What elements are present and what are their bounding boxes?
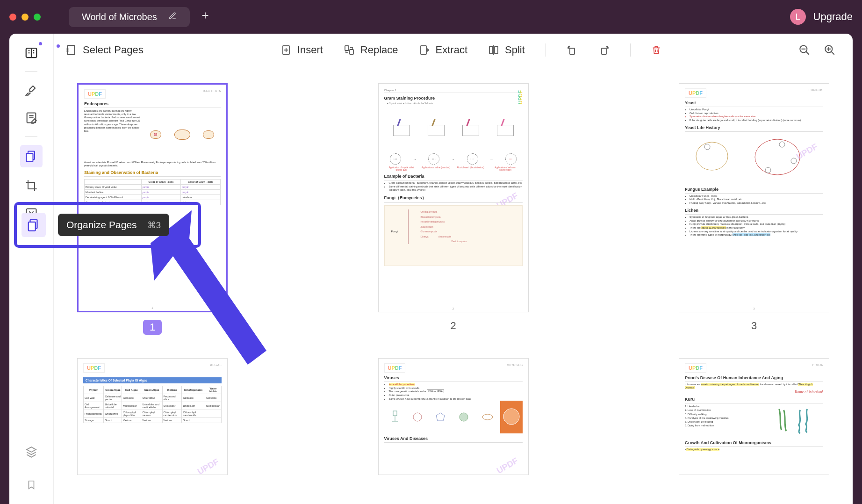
svg-rect-9: [421, 46, 426, 54]
svg-point-20: [791, 158, 797, 164]
svg-rect-22: [393, 411, 397, 416]
svg-rect-13: [602, 48, 606, 54]
page-thumbnail-6[interactable]: UPDF PRION Prion's Disease Of Human Inhe…: [679, 358, 829, 475]
new-tab-button[interactable]: [200, 10, 210, 23]
organize-pages-tooltip: Organize Pages ⌘3: [58, 214, 169, 236]
upgrade-button[interactable]: Upgrade: [813, 11, 853, 23]
traffic-lights: [9, 14, 41, 21]
heading: Example of Bacteria: [384, 174, 523, 179]
titlebar: World of Microbes L Upgrade: [0, 0, 862, 34]
highlighter-icon[interactable]: [22, 80, 41, 100]
page-category: PRION: [812, 363, 824, 367]
document-tab[interactable]: World of Microbes: [69, 7, 190, 27]
window-close-button[interactable]: [9, 14, 16, 21]
brand-logo: UPDF: [516, 89, 524, 105]
svg-rect-3: [27, 153, 33, 162]
brand-logo: UPDF: [387, 364, 403, 372]
brand-logo: UPDF: [86, 90, 103, 98]
bookmark-icon[interactable]: [22, 475, 41, 495]
svg-marker-26: [436, 413, 445, 421]
diagram-fungi-tree: Fungi Chytridiomycota Blastocladiomycota…: [384, 205, 523, 266]
zoom-out-button[interactable]: [798, 44, 811, 56]
page-category: VIRUSES: [507, 363, 523, 367]
svg-point-19: [779, 142, 785, 147]
layers-icon[interactable]: [22, 442, 41, 462]
heading: Viruses: [384, 375, 523, 380]
extract-button[interactable]: Extract: [419, 44, 467, 56]
heading: Yeast Life History: [685, 125, 823, 130]
svg-point-29: [503, 409, 519, 425]
split-button[interactable]: Split: [488, 44, 525, 56]
heading: Lichen: [685, 208, 823, 213]
crop-icon[interactable]: [22, 176, 41, 195]
diagram-yeast-life: UPDF: [685, 133, 823, 184]
page-category: FUNGUS: [808, 88, 824, 92]
insert-button[interactable]: Insert: [280, 44, 323, 56]
reader-mode-icon[interactable]: [22, 43, 41, 63]
heading: Staining and Observation of Bacteria: [84, 170, 221, 175]
page-category: ALGAE: [210, 363, 222, 367]
heading: Gram Staining Procedure: [384, 96, 523, 101]
brand-logo: UPDF: [86, 364, 102, 372]
svg-point-28: [482, 414, 493, 420]
select-pages-button[interactable]: Select Pages: [65, 44, 144, 56]
organize-pages-icon[interactable]: [20, 145, 43, 167]
sidebar-separator: [25, 136, 37, 137]
page-thumbnail-1[interactable]: UPDF BACTERIA Endospores Endospores are …: [77, 83, 228, 312]
body-text: Endospores are constructs that are highl…: [84, 109, 142, 133]
toolbar-separator: [630, 43, 631, 57]
diagram-virus-structure: [384, 401, 523, 433]
rotate-left-button[interactable]: [567, 44, 578, 56]
rotate-right-button[interactable]: [598, 44, 610, 56]
notification-dot: [39, 42, 42, 45]
brand-logo: UPDF: [687, 89, 704, 97]
tutorial-callout: Organize Pages ⌘3: [14, 202, 201, 248]
tooltip-label: Organize Pages: [66, 219, 137, 230]
heading: Fungi（Eumycetes）: [384, 195, 523, 201]
app-window: Select Pages Insert Replace Extract Spli…: [9, 34, 853, 504]
heading: Growth And Cultivation Of Microorganisms: [685, 440, 823, 445]
edit-tab-icon[interactable]: [168, 12, 177, 22]
notification-dot: [57, 44, 60, 48]
brand-logo: UPDF: [687, 364, 704, 372]
left-sidebar: [9, 34, 54, 504]
svg-rect-11: [495, 46, 498, 54]
handwriting-annotation: Route of infection!: [685, 390, 823, 394]
svg-point-18: [704, 144, 710, 150]
svg-point-27: [460, 413, 468, 421]
heading: Endospores: [84, 101, 221, 106]
chapter-label: Chapter 1: [384, 89, 396, 92]
page-number: 2: [450, 320, 456, 332]
heading: Characteristics Of Selected Phyla Of Alg…: [83, 377, 222, 383]
page-thumbnail-2[interactable]: Chapter 1 UPDF Gram Staining Procedure ■…: [378, 83, 529, 312]
edit-text-icon[interactable]: [22, 108, 41, 128]
window-minimize-button[interactable]: [22, 14, 29, 21]
svg-rect-5: [67, 45, 74, 55]
svg-point-16: [696, 142, 728, 170]
zoom-in-button[interactable]: [824, 44, 836, 56]
page-thumbnail-3[interactable]: UPDF FUNGUS Yeast Unicellular Fungi Cell…: [679, 83, 829, 312]
avatar[interactable]: L: [790, 9, 806, 25]
insert-label: Insert: [297, 44, 323, 56]
svg-point-21: [765, 167, 771, 173]
body-text: American scientists Russell Vreeland and…: [84, 161, 221, 167]
extract-label: Extract: [436, 44, 467, 56]
gram-stain-table: Color of Gram +cellsColor of Gram - cell…: [84, 179, 221, 205]
heading: Prion's Disease Of Human Inheritance And…: [685, 375, 823, 380]
toolbar-separator: [546, 43, 546, 57]
svg-rect-10: [489, 46, 493, 54]
delete-page-button[interactable]: [651, 44, 661, 56]
replace-button[interactable]: Replace: [344, 44, 398, 56]
svg-rect-8: [350, 50, 353, 54]
window-zoom-button[interactable]: [34, 14, 41, 21]
diagram-gram-procedure: [384, 105, 523, 156]
page-thumbnail-5[interactable]: UPDF VIRUSES Viruses Intracellular paras…: [378, 358, 529, 475]
page-number: 3: [751, 320, 757, 332]
replace-label: Replace: [360, 44, 398, 56]
page-thumbnail-grid[interactable]: UPDF BACTERIA Endospores Endospores are …: [54, 66, 853, 504]
organize-pages-highlight-icon: [22, 213, 46, 237]
sidebar-separator: [25, 71, 37, 72]
algae-table: PhylumGreen AlgaeRed AlgaeGreen AlgaeDia…: [83, 386, 222, 423]
page-thumbnail-4[interactable]: UPDF ALGAE Characteristics Of Selected P…: [77, 358, 228, 475]
split-label: Split: [505, 44, 525, 56]
